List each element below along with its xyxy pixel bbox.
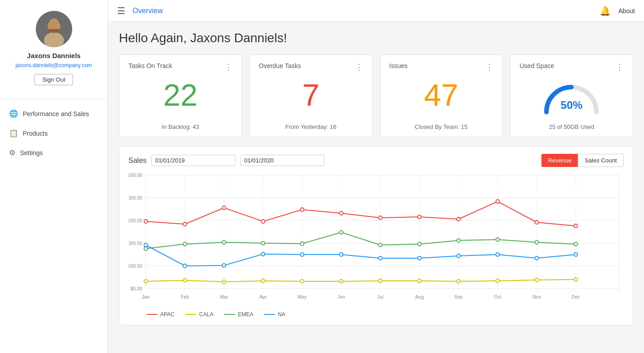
stat-card-issues: Issues ⋮ 47 Closed By Team: 15 [380,54,503,137]
svg-point-51 [457,217,461,221]
legend-item-cala: CALA [186,311,213,318]
svg-text:$500.00: $500.00 [128,263,143,269]
stat-menu-icon[interactable]: ⋮ [355,62,363,72]
sidebar-item-label: Performance and Sales [23,110,89,118]
sign-out-button[interactable]: Sign Out [34,74,73,85]
gauge-wrap: 50% [542,80,601,114]
svg-point-52 [496,200,500,203]
user-email[interactable]: jaxons.danniels@company.com [15,62,92,69]
svg-point-62 [418,279,421,283]
stat-value: 47 [389,79,493,110]
sidebar-item-products[interactable]: 📋 Products [0,123,108,143]
products-icon: 📋 [9,129,18,137]
sales-count-button[interactable]: Sales Count [578,154,624,167]
svg-text:Aug: Aug [415,294,424,299]
page-greeting: Hello Again, Jaxons Danniels! [119,31,633,45]
svg-point-68 [183,242,187,246]
overview-title: Overview [133,7,163,15]
svg-point-83 [300,253,304,256]
hamburger-menu-icon[interactable]: ☰ [117,5,125,16]
svg-point-71 [300,242,304,245]
sales-card: Sales Revenue Sales Count $2,500.00 $2,0… [119,146,633,325]
svg-text:Feb: Feb [181,294,189,299]
svg-point-90 [574,253,578,256]
stat-sub: 25 of 50GB Used [520,123,624,130]
svg-point-50 [418,215,421,219]
legend-line-apac [147,314,157,315]
svg-text:Jun: Jun [337,294,345,299]
svg-point-69 [222,240,226,244]
svg-rect-5 [48,29,60,33]
chart-legend: APAC CALA EMEA NA [147,308,624,318]
svg-text:May: May [298,294,307,299]
date-from-input[interactable] [151,155,236,166]
svg-point-55 [144,279,147,283]
svg-text:Oct: Oct [494,294,501,299]
svg-point-63 [457,279,461,283]
svg-point-59 [300,279,304,283]
svg-point-66 [574,278,578,281]
sales-header: Sales Revenue Sales Count [128,154,624,167]
stat-menu-icon[interactable]: ⋮ [615,62,624,72]
stat-sub: Closed By Team: 15 [389,123,493,130]
svg-text:$1,500.00: $1,500.00 [128,218,143,223]
stat-menu-icon[interactable]: ⋮ [224,62,232,72]
svg-point-65 [535,278,539,282]
svg-point-48 [339,211,343,215]
svg-point-54 [574,224,578,228]
svg-text:$2,500.00: $2,500.00 [128,172,143,178]
legend-line-na [264,314,275,315]
bell-icon[interactable]: 🔔 [600,5,611,16]
svg-text:$0.00: $0.00 [130,286,142,291]
sidebar-item-settings[interactable]: ⚙ Settings [0,143,108,162]
svg-point-76 [496,238,500,241]
svg-point-86 [418,256,421,260]
stat-sub: From Yesterday: 16 [259,123,363,130]
sales-title: Sales [128,157,147,165]
svg-text:$1,000.00: $1,000.00 [128,240,143,246]
nav-divider [0,99,108,99]
date-to-input[interactable] [240,155,324,166]
svg-point-85 [379,256,382,260]
revenue-button[interactable]: Revenue [541,154,578,167]
header-left: ☰ Overview [117,5,163,16]
sidebar-item-label: Settings [20,149,43,157]
svg-point-57 [222,280,226,284]
svg-point-82 [261,252,265,256]
stat-card-used-space: Used Space ⋮ 50% 25 of 50GB Used [510,54,633,137]
svg-text:Mar: Mar [220,294,228,299]
svg-text:Sep: Sep [454,294,463,299]
svg-point-79 [144,243,147,247]
stat-menu-icon[interactable]: ⋮ [485,62,493,72]
svg-point-75 [457,239,461,242]
about-link[interactable]: About [618,7,635,15]
stat-label: Issues [389,62,408,69]
sidebar: Jaxons Danniels jaxons.danniels@company.… [0,0,108,353]
user-name: Jaxons Danniels [27,52,80,59]
svg-text:Jan: Jan [142,294,150,299]
sidebar-item-performance-and-sales[interactable]: 🌐 Performance and Sales [0,104,108,123]
legend-label-cala: CALA [199,311,213,318]
sales-header-right: Revenue Sales Count [541,154,624,167]
stat-label: Used Space [520,62,554,69]
svg-point-73 [379,243,382,247]
svg-point-60 [339,279,343,283]
legend-line-emea [224,314,235,315]
gauge-container: 50% [520,76,624,123]
svg-text:Dec: Dec [571,294,580,299]
svg-point-61 [379,279,382,283]
svg-point-81 [222,264,226,267]
svg-point-78 [574,242,578,246]
stat-card-header: Tasks On Track ⋮ [128,62,232,72]
svg-point-64 [496,279,500,283]
gauge-percent-label: 50% [560,98,582,111]
svg-point-77 [535,240,539,244]
stat-label: Tasks On Track [128,62,172,69]
svg-point-70 [261,241,265,245]
svg-point-47 [300,208,304,211]
svg-point-53 [535,221,539,224]
stat-card-tasks-on-track: Tasks On Track ⋮ 22 In Backlog: 43 [119,54,242,137]
svg-point-45 [222,206,226,210]
stat-sub: In Backlog: 43 [128,123,232,130]
main-content: ☰ Overview 🔔 About Hello Again, Jaxons D… [108,0,644,353]
